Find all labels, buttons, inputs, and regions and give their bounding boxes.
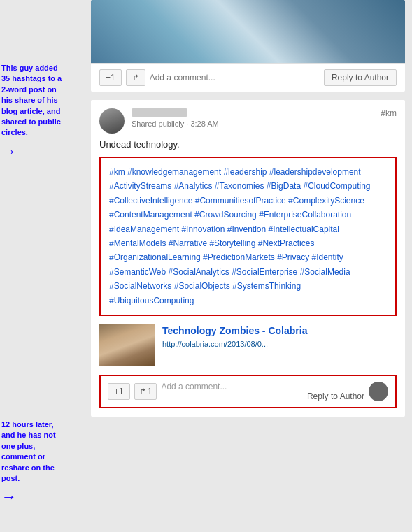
post-image: [91, 0, 405, 63]
link-thumbnail: [99, 324, 155, 366]
comment-input-top[interactable]: [150, 73, 320, 82]
annotation-bottom-text: 12 hours later, and he has not one plus,…: [1, 420, 56, 482]
share-count: 1: [148, 387, 152, 396]
post-image-inner: [91, 0, 405, 63]
link-preview[interactable]: Technology Zombies - Colabria http://col…: [99, 324, 397, 366]
top-post-card: +1 ↱ Reply to Author: [91, 0, 405, 92]
plus-one-label-bottom: +1: [114, 387, 124, 396]
plus-one-label-top: +1: [106, 73, 115, 82]
post-time: 3:28 AM: [190, 120, 218, 128]
mini-avatar-bottom: [369, 382, 388, 401]
annotation-bottom: 12 hours later, and he has not one plus,…: [1, 419, 63, 508]
plus-one-button-top[interactable]: +1: [99, 69, 122, 86]
comment-placeholder-bottom[interactable]: Add a comment...: [161, 382, 364, 391]
share-arrow-icon: ↱: [139, 387, 146, 396]
reply-author-label-bottom[interactable]: Reply to Author: [307, 391, 364, 401]
annotation-top: This guy added 35 hashtags to a 2-word p…: [1, 63, 63, 163]
post-tag: #km: [381, 108, 397, 118]
share-button-top[interactable]: ↱: [126, 69, 145, 86]
annotation-top-text: This guy added 35 hashtags to a 2-word p…: [1, 64, 62, 136]
avatar: [99, 108, 125, 134]
bottom-actions-bar: +1 ↱ 1 Add a comment... Reply to Author: [99, 375, 397, 408]
share-button-bottom[interactable]: ↱ 1: [134, 383, 157, 400]
right-col: Reply to Author: [161, 391, 364, 401]
link-url: http://colabria.com/2013/08/0...: [162, 340, 397, 348]
reply-author-button-top[interactable]: Reply to Author: [324, 69, 397, 86]
link-thumb-inner: [99, 324, 155, 366]
visibility-label: Shared publicly: [132, 120, 184, 128]
annotation-bottom-arrow: →: [1, 487, 63, 508]
post-text: Undead technology.: [99, 139, 397, 150]
hashtag-box: #km #knowledgemanagement #leadership #le…: [99, 157, 397, 316]
plus-one-button-bottom[interactable]: +1: [108, 383, 130, 400]
annotation-top-arrow: →: [1, 141, 63, 163]
link-info: Technology Zombies - Colabria http://col…: [162, 324, 397, 348]
author-name: [132, 108, 187, 117]
share-icon: ↱: [132, 73, 139, 82]
main-post-card: Shared publicly · 3:28 AM #km Undead tec…: [91, 100, 405, 417]
avatar-inner: [99, 108, 125, 134]
post-meta-sub: Shared publicly · 3:28 AM: [132, 120, 374, 128]
post-header: Shared publicly · 3:28 AM #km: [99, 108, 397, 134]
post-meta: Shared publicly · 3:28 AM: [132, 108, 374, 128]
top-post-actions: +1 ↱ Reply to Author: [91, 63, 405, 92]
comment-area-bottom: Add a comment... Reply to Author: [161, 382, 364, 401]
link-title[interactable]: Technology Zombies - Colabria: [162, 324, 397, 337]
